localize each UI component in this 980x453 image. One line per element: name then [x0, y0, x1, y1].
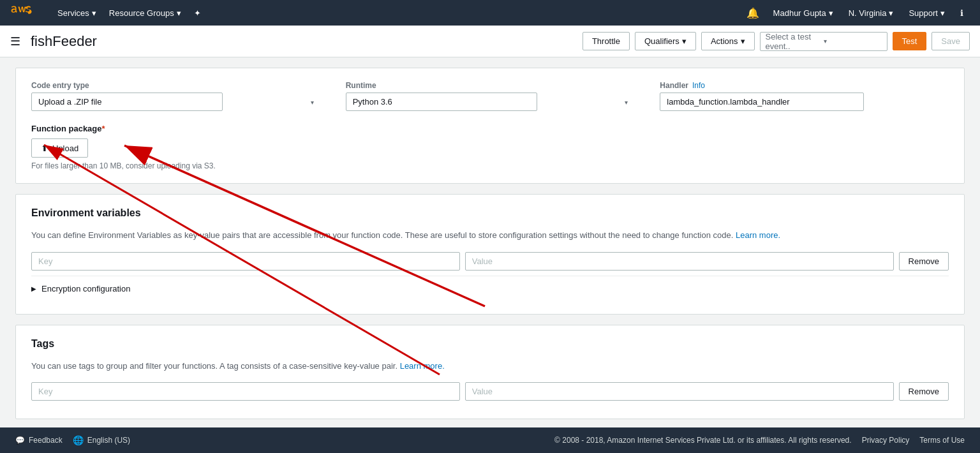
test-event-select[interactable]: Select a test event.. ▾	[760, 32, 887, 51]
actions-caret: ▾	[741, 36, 745, 46]
services-nav[interactable]: Services ▾	[51, 0, 103, 26]
handler-info-link[interactable]: Info	[692, 81, 705, 90]
handler-label: Handler	[660, 81, 688, 90]
handler-group: Handler Info	[660, 81, 949, 111]
info-icon-nav[interactable]: ℹ	[954, 0, 970, 26]
privacy-policy-link[interactable]: Privacy Policy	[862, 436, 910, 445]
upload-hint: For files larger than 10 MB, consider up…	[31, 161, 949, 170]
tags-remove-button[interactable]: Remove	[899, 382, 949, 401]
required-star: *	[102, 124, 105, 133]
footer: 💬 Feedback 🌐 English (US) © 2008 - 2018,…	[0, 427, 980, 453]
footer-right: © 2008 - 2018, Amazon Internet Services …	[554, 436, 965, 445]
hamburger-menu[interactable]: ☰	[10, 34, 20, 48]
user-menu[interactable]: Madhur Gupta ▾	[767, 0, 840, 26]
language-selector[interactable]: 🌐 English (US)	[73, 435, 130, 445]
runtime-group: Runtime Python 3.6 ▾	[346, 81, 635, 111]
code-entry-caret: ▾	[311, 98, 314, 105]
globe-icon: 🌐	[73, 435, 84, 445]
encryption-expand-icon: ▶	[31, 285, 36, 292]
runtime-select[interactable]: Python 3.6	[346, 93, 537, 111]
feedback-icon: 💬	[15, 436, 25, 445]
page-title: fishFeeder	[31, 33, 97, 50]
runtime-label: Runtime	[346, 81, 635, 90]
environment-variables-section: Environment variables You can define Env…	[15, 194, 965, 315]
env-vars-description: You can define Environment Variables as …	[31, 229, 949, 242]
top-navigation: Services ▾ Resource Groups ▾ ✦ 🔔 Madhur …	[0, 0, 980, 26]
tags-learn-more-link[interactable]: Learn more.	[400, 361, 445, 371]
save-button[interactable]: Save	[932, 32, 970, 50]
feedback-button[interactable]: 💬 Feedback	[15, 436, 63, 445]
tags-key-input[interactable]	[31, 382, 460, 401]
runtime-select-wrapper: Python 3.6 ▾	[346, 93, 635, 111]
support-caret: ▾	[940, 8, 945, 18]
env-key-input[interactable]	[31, 252, 460, 271]
code-entry-type-select[interactable]: Upload a .ZIP file	[31, 93, 223, 111]
bookmark-icon: ✦	[194, 8, 201, 18]
tags-kv-row: Remove	[31, 382, 949, 401]
code-entry-type-label: Code entry type	[31, 81, 320, 90]
qualifiers-caret: ▾	[682, 36, 687, 46]
user-caret: ▾	[829, 8, 833, 18]
tags-description: You can use tags to group and filter you…	[31, 360, 949, 373]
region-caret: ▾	[889, 8, 893, 18]
tags-title: Tags	[31, 338, 949, 350]
code-entry-type-group: Code entry type Upload a .ZIP file ▾	[31, 81, 320, 111]
code-entry-section: Code entry type Upload a .ZIP file ▾ Run…	[15, 68, 965, 184]
code-entry-select-wrapper: Upload a .ZIP file ▾	[31, 93, 320, 111]
upload-button[interactable]: ⬆ Upload	[31, 138, 88, 158]
support-menu[interactable]: Support ▾	[902, 0, 951, 26]
upload-icon: ⬆	[41, 143, 48, 153]
services-caret: ▾	[92, 8, 96, 18]
bookmark-nav[interactable]: ✦	[188, 0, 207, 26]
test-event-caret: ▾	[824, 38, 882, 45]
resource-groups-nav[interactable]: Resource Groups ▾	[103, 0, 188, 26]
aws-logo[interactable]	[10, 4, 43, 22]
handler-input[interactable]	[660, 93, 864, 111]
test-button[interactable]: Test	[893, 32, 927, 50]
function-package-label: Function package*	[31, 124, 949, 133]
env-value-input[interactable]	[465, 252, 894, 271]
resource-groups-caret: ▾	[177, 8, 181, 18]
runtime-caret: ▾	[625, 98, 628, 105]
env-kv-row: Remove	[31, 252, 949, 271]
page-header: ☰ fishFeeder Throttle Qualifiers ▾ Actio…	[0, 26, 980, 57]
main-content: Code entry type Upload a .ZIP file ▾ Run…	[0, 57, 980, 453]
qualifiers-button[interactable]: Qualifiers ▾	[635, 32, 696, 50]
region-menu[interactable]: N. Virginia ▾	[842, 0, 900, 26]
env-vars-title: Environment variables	[31, 207, 949, 219]
env-remove-button[interactable]: Remove	[899, 252, 949, 271]
upload-area: ⬆ Upload	[31, 138, 88, 158]
actions-button[interactable]: Actions ▾	[701, 32, 755, 50]
encryption-toggle[interactable]: ▶ Encryption configuration	[31, 276, 949, 301]
notifications-icon[interactable]: 🔔	[746, 7, 759, 19]
footer-left: 💬 Feedback 🌐 English (US)	[15, 435, 130, 445]
function-package-section: Function package* ⬆ Upload	[31, 124, 949, 170]
terms-of-use-link[interactable]: Terms of Use	[919, 436, 965, 445]
tags-value-input[interactable]	[465, 382, 894, 401]
tags-section: Tags You can use tags to group and filte…	[15, 325, 965, 420]
env-learn-more-link[interactable]: Learn more.	[736, 230, 780, 240]
annotation-arrow	[25, 132, 26, 133]
throttle-button[interactable]: Throttle	[583, 32, 630, 50]
